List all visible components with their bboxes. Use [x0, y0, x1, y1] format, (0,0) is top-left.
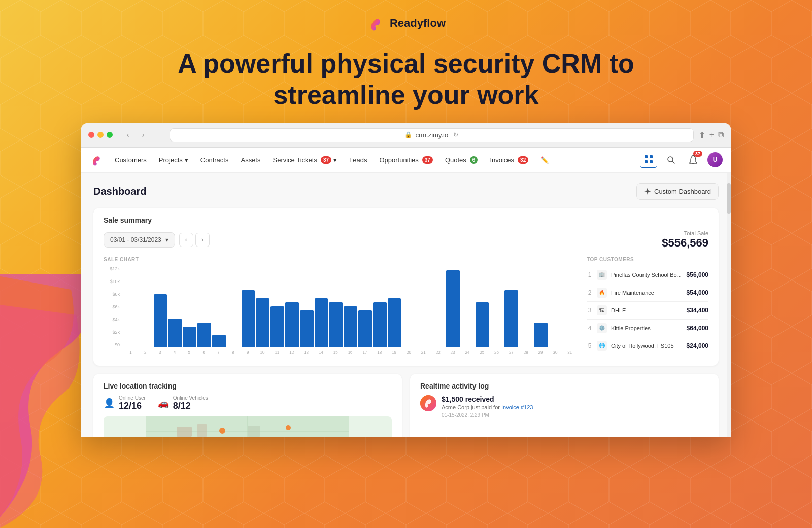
customer-row[interactable]: 3 🏗 DHLE $34,400 — [587, 302, 708, 320]
chart-bar[interactable] — [256, 298, 269, 346]
minimize-button[interactable] — [97, 132, 104, 138]
x-axis-label: 5 — [182, 350, 196, 355]
browser-forward-button[interactable]: › — [137, 129, 149, 141]
chart-bar[interactable] — [358, 310, 372, 347]
chart-bar[interactable] — [168, 319, 182, 347]
svg-rect-10 — [197, 424, 207, 437]
svg-rect-9 — [177, 427, 192, 437]
scrollbar-thumb[interactable] — [727, 183, 731, 214]
x-axis-label: 9 — [241, 350, 255, 355]
customer-amount: $34,400 — [687, 307, 708, 314]
svg-line-5 — [672, 161, 674, 163]
bottom-section: Live location tracking 👤 Online User 12/… — [93, 374, 719, 437]
chart-bar[interactable] — [242, 290, 255, 346]
customer-row[interactable]: 2 🔥 Fire Maintenance $54,000 — [587, 284, 708, 302]
nav-assets[interactable]: Assets — [235, 153, 265, 167]
maximize-button[interactable] — [107, 132, 113, 138]
nav-leads[interactable]: Leads — [344, 153, 372, 167]
customer-icon: 🔥 — [597, 288, 607, 298]
chart-bar[interactable] — [197, 323, 211, 347]
chart-bar[interactable] — [344, 306, 357, 347]
customer-amount: $24,000 — [687, 342, 708, 349]
y-axis-label: $8k — [112, 292, 120, 297]
next-date-button[interactable]: › — [195, 233, 210, 247]
nav-contracts[interactable]: Contracts — [195, 153, 234, 167]
x-axis-label: 27 — [504, 350, 518, 355]
nav-invoices[interactable]: Invoices 32 — [485, 153, 533, 167]
scrollbar-track[interactable] — [727, 173, 731, 437]
browser-back-button[interactable]: ‹ — [122, 129, 134, 141]
nav-customers[interactable]: Customers — [110, 153, 152, 167]
x-axis-label: 2 — [139, 350, 152, 355]
customer-icon: 🏢 — [597, 270, 607, 280]
nav-edit-icon[interactable]: ✏️ — [535, 153, 554, 167]
prev-date-button[interactable]: ‹ — [179, 233, 193, 247]
chart-bar[interactable] — [329, 302, 343, 346]
chart-bar[interactable] — [270, 306, 284, 347]
customer-row[interactable]: 1 🏢 Pinellas County School Bo... $56,000 — [587, 266, 708, 284]
x-axis-label: 19 — [387, 350, 401, 355]
chart-bar[interactable] — [534, 323, 548, 347]
x-axis-label: 26 — [490, 350, 503, 355]
x-axis-label: 4 — [168, 350, 182, 355]
x-axis-label: 17 — [358, 350, 372, 355]
svg-point-12 — [219, 428, 225, 434]
customer-rank: 1 — [587, 271, 593, 278]
custom-dashboard-button[interactable]: Custom Dashboard — [636, 183, 719, 200]
url-text: crm.zimy.io — [415, 131, 448, 139]
search-button[interactable] — [663, 152, 679, 168]
sale-summary-title: Sale summary — [104, 216, 708, 224]
opportunities-badge: 37 — [422, 156, 433, 164]
brand-bar: Readyflow — [0, 0, 812, 32]
x-axis-label: 24 — [460, 350, 474, 355]
hero-section: A powerful physical security CRM to stre… — [0, 32, 812, 123]
browser-wrapper: ‹ › 🔒 crm.zimy.io ↻ ⬆ + ⧉ — [0, 123, 812, 437]
customer-rank: 3 — [587, 307, 593, 314]
top-customers-section: TOP CUSTOMERS 1 🏢 Pinellas County School… — [587, 257, 708, 358]
customer-row[interactable]: 4 ⚙️ Kittle Properties $64,000 — [587, 320, 708, 337]
y-axis-label: $0 — [115, 342, 120, 347]
activity-item: $1,500 received Acme Corp just paid for … — [420, 395, 708, 418]
x-axis-label: 21 — [417, 350, 430, 355]
customer-row[interactable]: 5 🌐 City of Hollywood: FS105 $24,000 — [587, 337, 708, 355]
app-logo — [89, 153, 104, 167]
invoice-link[interactable]: Invoice #123 — [501, 404, 533, 410]
customer-amount: $54,000 — [687, 289, 708, 296]
address-bar[interactable]: 🔒 crm.zimy.io ↻ — [170, 128, 694, 142]
app-nav: Customers Projects ▾ Contracts Assets Se… — [81, 148, 731, 173]
customer-name: City of Hollywood: FS105 — [611, 343, 683, 349]
chart-bar[interactable] — [446, 270, 460, 347]
x-axis-label: 15 — [329, 350, 343, 355]
x-axis-label: 8 — [226, 350, 240, 355]
new-tab-icon[interactable]: + — [709, 130, 714, 140]
close-button[interactable] — [88, 132, 94, 138]
chart-bar[interactable] — [504, 290, 518, 346]
share-icon[interactable]: ⬆ — [699, 130, 705, 140]
customer-icon: ⚙️ — [597, 323, 607, 333]
nav-quotes[interactable]: Quotes 6 — [440, 153, 483, 167]
x-axis-label: 11 — [270, 350, 284, 355]
customer-rank: 5 — [587, 342, 593, 349]
notifications-button[interactable]: 37 — [685, 152, 701, 168]
x-axis-label: 23 — [446, 350, 460, 355]
user-avatar[interactable]: U — [707, 152, 723, 167]
sale-controls: 03/01 - 03/31/2023 ▾ ‹ › Total Sale $556… — [104, 230, 708, 250]
date-range-picker[interactable]: 03/01 - 03/31/2023 ▾ — [104, 232, 175, 248]
tabs-icon[interactable]: ⧉ — [718, 130, 724, 140]
chart-bar[interactable] — [300, 310, 314, 347]
chart-bar[interactable] — [183, 327, 196, 347]
chart-bar[interactable] — [476, 302, 489, 346]
chart-bar[interactable] — [212, 335, 226, 347]
chart-bar[interactable] — [373, 302, 387, 346]
grid-view-button[interactable] — [640, 152, 657, 168]
chart-bar[interactable] — [315, 298, 328, 346]
x-axis-label: 3 — [153, 350, 167, 355]
nav-projects[interactable]: Projects ▾ — [154, 153, 193, 167]
chart-bar[interactable] — [285, 302, 299, 346]
browser-actions: ⬆ + ⧉ — [699, 130, 724, 140]
chart-bar[interactable] — [388, 298, 401, 346]
online-vehicles-stat: 🚗 Online Vehicles 8/12 — [158, 395, 208, 411]
nav-opportunities[interactable]: Opportunities 37 — [374, 153, 437, 167]
nav-service-tickets[interactable]: Service Tickets 37 ▾ — [267, 153, 342, 167]
chart-bar[interactable] — [154, 294, 167, 346]
